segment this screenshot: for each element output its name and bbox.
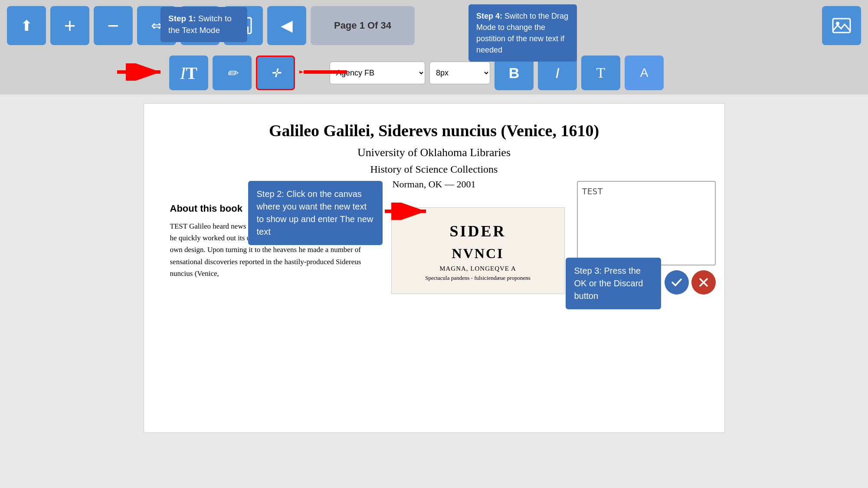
toolbar-row1: ⬆ + − ⇔ ⊕ ◀ Page 1 Of 34 [0, 0, 868, 51]
svg-rect-5 [833, 19, 850, 33]
swap-button[interactable]: ⇔ [137, 6, 176, 45]
text-action-buttons [665, 270, 716, 295]
extra-format-button[interactable]: A [625, 56, 664, 90]
page-indicator-text: Page 1 Of 34 [334, 20, 391, 31]
ok-button[interactable] [665, 270, 689, 295]
text-input-area[interactable]: TEST [577, 181, 716, 265]
book-line3: MAGNA, LONGEQVE A [425, 264, 531, 274]
page-canvas[interactable]: Galileo Galilei, Siderevs nuncius (Venic… [144, 103, 725, 433]
add-button[interactable]: + [50, 6, 89, 45]
upload-button[interactable]: ⬆ [7, 6, 46, 45]
page-section: History of Science Collections [170, 164, 698, 175]
book-line1: SIDER [425, 219, 531, 243]
svg-rect-3 [239, 28, 247, 32]
text-mode-button[interactable]: IT [169, 56, 208, 90]
pencil-button[interactable]: ✏ [213, 56, 252, 90]
bold-button[interactable]: B [495, 56, 534, 90]
page-subtitle: University of Oklahoma Libraries [170, 146, 698, 159]
back-button[interactable]: ◀ [267, 6, 306, 45]
size-select[interactable]: 8px 10px 12px 14px 16px [429, 62, 490, 84]
image-button[interactable] [822, 6, 861, 45]
book-image-text: SIDER NVNCI MAGNA, LONGEQVE A Spectacula… [425, 219, 531, 282]
plus-circle-button[interactable]: ⊕ [180, 6, 219, 45]
book-line4: Spectacula pandens - fulsiciendæue propo… [425, 274, 531, 282]
text-format-button[interactable]: T [581, 56, 620, 90]
book-line2: NVNCI [425, 243, 531, 264]
main-area: Galileo Galilei, Siderevs nuncius (Venic… [0, 95, 868, 442]
minus-button[interactable]: − [94, 6, 133, 45]
step3-tooltip: Step 3: Press the OK or the Discard butt… [566, 258, 661, 309]
italic-button[interactable]: I [538, 56, 577, 90]
svg-rect-4 [243, 19, 244, 23]
toolbars-wrapper: ⬆ + − ⇔ ⊕ ◀ Page 1 Of 34 [0, 0, 868, 95]
step2-tooltip: Step 2: Click on the canvas where you wa… [248, 181, 383, 245]
page-indicator: Page 1 Of 34 [311, 6, 415, 45]
discard-button[interactable] [691, 270, 716, 295]
toolbar-row2: IT ✏ ✛ Agency FB Arial Ti [0, 51, 868, 95]
save-button[interactable] [224, 6, 263, 45]
page-title: Galileo Galilei, Siderevs nuncius (Venic… [170, 121, 698, 140]
drag-mode-button[interactable]: ✛ [256, 56, 295, 90]
text-input-container: TEST [577, 181, 716, 267]
